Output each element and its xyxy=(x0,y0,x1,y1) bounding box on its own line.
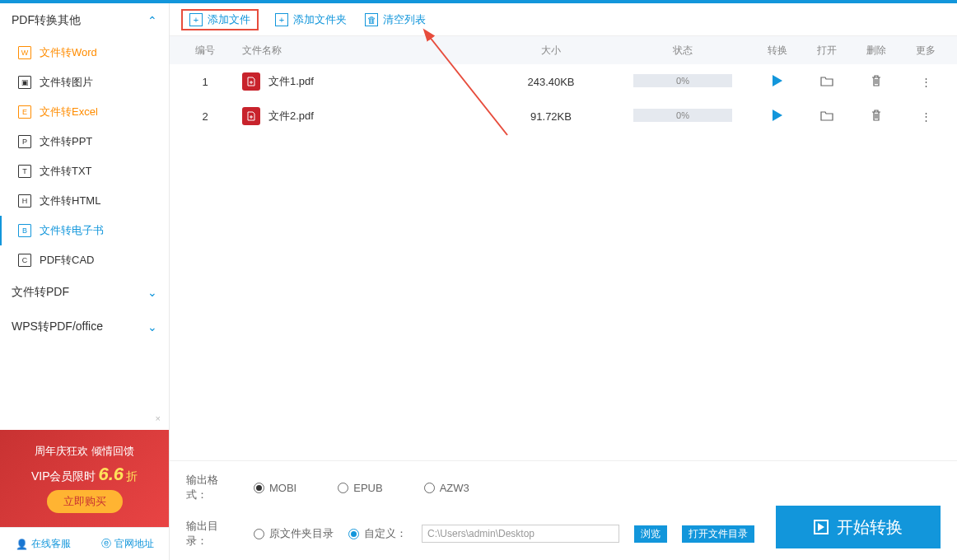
sidebar-item-0[interactable]: W文件转Word xyxy=(0,38,169,68)
close-icon[interactable]: × xyxy=(156,413,161,423)
dir-original-radio[interactable]: 原文件夹目录 xyxy=(254,526,334,541)
radio-icon xyxy=(254,529,264,539)
file-name: 文件1.pdf xyxy=(268,74,314,89)
open-folder-button[interactable] xyxy=(802,110,852,124)
chevron-down-icon: ⌄ xyxy=(147,320,157,334)
file-size: 243.40KB xyxy=(489,76,613,88)
content-area: + 添加文件 + 添加文件夹 🗑 清空列表 编号 文件名称 大小 状态 转换 打… xyxy=(170,3,957,560)
file-type-icon: B xyxy=(18,224,31,237)
start-convert-button[interactable]: 开始转换 xyxy=(776,506,941,548)
buy-now-button[interactable]: 立即购买 xyxy=(47,490,123,513)
toolbar: + 添加文件 + 添加文件夹 🗑 清空列表 xyxy=(170,3,957,36)
sidebar: PDF转换其他 ⌃ W文件转Word▣文件转图片E文件转ExcelP文件转PPT… xyxy=(0,3,170,560)
sidebar-item-label: 文件转TXT xyxy=(40,164,92,179)
browse-button[interactable]: 浏览 xyxy=(634,525,667,543)
add-folder-button[interactable]: + 添加文件夹 xyxy=(273,12,348,28)
website-link[interactable]: ⓔ官网地址 xyxy=(101,537,154,551)
table-row: 1文件1.pdf243.40KB0%⋮ xyxy=(170,64,957,99)
delete-button[interactable] xyxy=(852,109,901,124)
header-num: 编号 xyxy=(184,44,226,58)
sidebar-item-label: 文件转图片 xyxy=(40,75,93,90)
header-more: 更多 xyxy=(901,44,950,58)
radio-icon xyxy=(254,483,264,493)
delete-button[interactable] xyxy=(852,74,901,90)
radio-icon xyxy=(338,483,348,493)
sidebar-item-label: 文件转HTML xyxy=(40,194,100,208)
format-label: 输出格式： xyxy=(186,473,239,502)
play-icon xyxy=(814,520,829,534)
radio-icon xyxy=(348,529,359,539)
open-folder-button[interactable] xyxy=(802,75,852,89)
more-button[interactable]: ⋮ xyxy=(901,76,950,88)
add-file-button[interactable]: + 添加文件 xyxy=(181,9,259,30)
format-label: AZW3 xyxy=(440,482,469,494)
sidebar-item-label: PDF转CAD xyxy=(40,253,94,268)
file-name: 文件2.pdf xyxy=(268,109,314,124)
table-header: 编号 文件名称 大小 状态 转换 打开 删除 更多 xyxy=(170,36,957,64)
header-convert: 转换 xyxy=(753,44,802,58)
section-title: 文件转PDF xyxy=(12,285,69,300)
file-type-icon: E xyxy=(18,105,31,119)
chevron-up-icon: ⌃ xyxy=(147,14,157,27)
ie-icon: ⓔ xyxy=(101,537,111,551)
section-title: PDF转换其他 xyxy=(12,13,81,28)
file-type-icon: P xyxy=(18,135,31,148)
promo-discount: VIP会员限时 6.6 折 xyxy=(31,464,138,485)
row-num: 1 xyxy=(184,76,226,88)
sidebar-item-label: 文件转PPT xyxy=(40,134,92,149)
clear-list-button[interactable]: 🗑 清空列表 xyxy=(363,12,427,28)
header-name: 文件名称 xyxy=(226,44,489,58)
header-status: 状态 xyxy=(613,44,753,58)
convert-button[interactable] xyxy=(753,75,802,89)
output-panel: 输出格式： MOBIEPUBAZW3 输出目录： 原文件夹目录 自定义： 浏览 … xyxy=(170,460,957,560)
section-file-to-pdf[interactable]: 文件转PDF ⌄ xyxy=(0,275,169,310)
file-type-icon: ▣ xyxy=(18,76,31,89)
file-type-icon: T xyxy=(18,165,31,178)
sidebar-item-6[interactable]: B文件转电子书 xyxy=(0,216,169,245)
format-radio-epub[interactable]: EPUB xyxy=(338,482,382,494)
section-wps-to-pdf[interactable]: WPS转PDF/office ⌄ xyxy=(0,310,169,344)
file-type-icon: H xyxy=(18,194,31,208)
promo-banner: 周年庆狂欢 倾情回馈 VIP会员限时 6.6 折 立即购买 xyxy=(0,430,169,527)
format-label: EPUB xyxy=(353,482,382,494)
header-size: 大小 xyxy=(489,44,613,58)
pdf-icon xyxy=(242,72,260,91)
file-type-icon: C xyxy=(18,254,31,267)
sidebar-item-label: 文件转Word xyxy=(40,45,97,60)
header-open: 打开 xyxy=(802,44,852,58)
section-pdf-to-other[interactable]: PDF转换其他 ⌃ xyxy=(0,3,169,38)
open-dir-button[interactable]: 打开文件目录 xyxy=(682,525,754,543)
file-type-icon: W xyxy=(18,46,31,59)
sidebar-item-3[interactable]: P文件转PPT xyxy=(0,127,169,156)
format-label: MOBI xyxy=(269,482,296,494)
plus-icon: + xyxy=(189,13,203,26)
format-radio-mobi[interactable]: MOBI xyxy=(254,482,296,494)
sidebar-item-2[interactable]: E文件转Excel xyxy=(0,97,169,127)
format-radio-azw3[interactable]: AZW3 xyxy=(424,482,469,494)
radio-icon xyxy=(424,483,435,493)
trash-icon: 🗑 xyxy=(365,13,378,26)
sidebar-item-1[interactable]: ▣文件转图片 xyxy=(0,68,169,97)
row-num: 2 xyxy=(184,110,226,123)
path-input[interactable] xyxy=(422,525,619,543)
header-delete: 删除 xyxy=(852,44,901,58)
dir-label: 输出目录： xyxy=(186,519,239,548)
sidebar-item-label: 文件转Excel xyxy=(40,105,98,119)
sidebar-item-4[interactable]: T文件转TXT xyxy=(0,156,169,186)
more-button[interactable]: ⋮ xyxy=(901,110,950,123)
dir-custom-radio[interactable]: 自定义： xyxy=(348,526,407,541)
sidebar-item-5[interactable]: H文件转HTML xyxy=(0,186,169,216)
convert-button[interactable] xyxy=(753,110,802,124)
user-icon: 👤 xyxy=(16,539,28,550)
section-title: WPS转PDF/office xyxy=(12,320,103,334)
sidebar-item-label: 文件转电子书 xyxy=(40,223,104,238)
support-link[interactable]: 👤在线客服 xyxy=(16,537,71,551)
sidebar-item-7[interactable]: CPDF转CAD xyxy=(0,245,169,275)
progress-bar: 0% xyxy=(633,109,732,122)
table-row: 2文件2.pdf91.72KB0%⋮ xyxy=(170,99,957,133)
chevron-down-icon: ⌄ xyxy=(147,286,157,299)
progress-bar: 0% xyxy=(633,74,732,87)
promo-text: 周年庆狂欢 倾情回馈 xyxy=(35,444,134,459)
plus-icon: + xyxy=(275,13,288,26)
file-size: 91.72KB xyxy=(489,110,613,123)
